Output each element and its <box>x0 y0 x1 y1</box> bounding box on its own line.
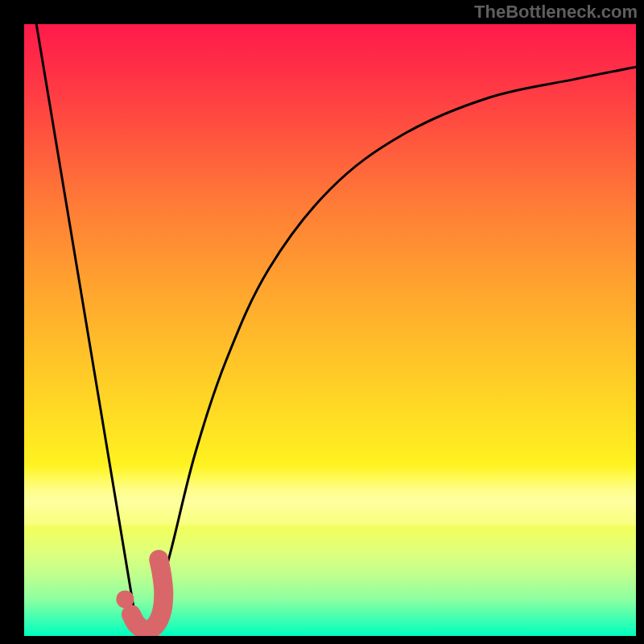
series-j-stroke <box>131 559 163 630</box>
plot-area <box>24 24 636 636</box>
chart-frame: TheBottleneck.com <box>0 0 644 644</box>
series-left-descent <box>36 24 134 612</box>
series-right-curve <box>153 67 636 617</box>
series-dot <box>116 590 134 608</box>
watermark-text: TheBottleneck.com <box>474 2 638 23</box>
curves-layer <box>24 24 636 636</box>
